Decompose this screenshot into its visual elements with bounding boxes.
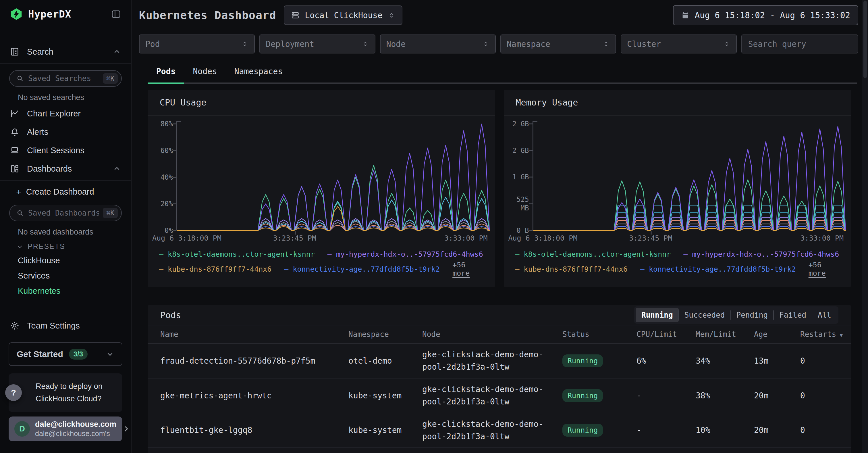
pod-namespace: otel-demo: [348, 356, 422, 366]
sidebar-item-label: Search: [27, 47, 54, 57]
cloud-prompt-line1: Ready to deploy on: [36, 380, 116, 393]
pod-age: 20m: [754, 391, 800, 400]
table-row[interactable]: fluentbit-gke-lggq8kube-systemgke-clicks…: [148, 413, 851, 448]
sidebar: HyperDX Search ⌘K No saved searches Char…: [0, 0, 131, 453]
page-scrollbar[interactable]: [862, 0, 868, 453]
date-range-picker[interactable]: Aug 6 15:18:02 - Aug 6 15:33:02: [673, 5, 858, 25]
table-row[interactable]: gke-clickstack-demo-demo-pool-2d2b1f3a-0…: [148, 448, 851, 453]
legend-item[interactable]: — konnectivity-age..77dfdd8f5b-t9rk2: [284, 265, 440, 273]
chevron-down-icon: [106, 350, 114, 359]
search-query-input[interactable]: [741, 34, 858, 54]
chevron-up-icon[interactable]: [113, 164, 121, 173]
filter-select-node[interactable]: Node: [380, 34, 496, 54]
legend-item[interactable]: — k8s-otel-daemons..ctor-agent-ksnnr: [515, 250, 671, 258]
get-started-progress-badge: 3/3: [69, 349, 88, 360]
user-menu[interactable]: D dale@clickhouse.com dale@clickhouse.co…: [9, 417, 122, 441]
pod-cpu-limit: -: [637, 391, 696, 400]
data-source-select[interactable]: Local ClickHouse: [284, 5, 403, 25]
tab-nodes[interactable]: Nodes: [184, 61, 225, 84]
sidebar-item-chart-explorer[interactable]: Chart Explorer: [0, 104, 131, 123]
filter-select-pod[interactable]: Pod: [139, 34, 255, 54]
create-dashboard-button[interactable]: + Create Dashboard: [0, 183, 131, 201]
column-header-restarts[interactable]: Restarts▼: [800, 330, 843, 339]
tab-pods[interactable]: Pods: [148, 61, 184, 84]
legend-item[interactable]: — k8s-otel-daemons..ctor-agent-ksnnr: [159, 250, 315, 258]
table-row[interactable]: fraud-detection-55776d678b-p7f5motel-dem…: [148, 344, 851, 378]
x-tick-label: 3:23:45 PM: [273, 234, 316, 242]
updown-chevrons-icon: [388, 11, 396, 19]
logo-row: HyperDX: [0, 0, 131, 26]
column-header-namespace[interactable]: Namespace: [348, 330, 422, 339]
user-workspace: dale@clickhouse.com's: [35, 429, 116, 438]
y-tick-mark: [529, 177, 532, 178]
sidebar-item-team-settings[interactable]: Team Settings: [0, 316, 131, 335]
status-filter-all[interactable]: All: [812, 308, 837, 322]
pod-name: fluentbit-gke-lggq8: [160, 425, 348, 435]
status-badge: Running: [562, 355, 603, 367]
legend-more-link[interactable]: +56 more: [453, 261, 484, 277]
cloud-prompt-line2: ClickHouse Cloud?: [36, 393, 116, 405]
create-dashboard-label: Create Dashboard: [26, 187, 94, 197]
legend-more-link[interactable]: +56 more: [809, 261, 840, 277]
column-header-age[interactable]: Age: [754, 330, 800, 339]
sidebar-item-alerts[interactable]: Alerts: [0, 123, 131, 141]
scrollbar-thumb[interactable]: [863, 1, 867, 78]
legend-item[interactable]: — kube-dns-876ff9ff7-44nx6: [515, 265, 628, 273]
legend-item[interactable]: — my-hyperdx-hdx-o..-57975fcd6-4hws6: [683, 250, 839, 258]
status-filter-succeeded[interactable]: Succeeded: [679, 308, 731, 322]
pod-namespace: kube-system: [348, 425, 422, 435]
plot-area[interactable]: [532, 121, 844, 230]
preset-item-services[interactable]: Services: [0, 268, 131, 283]
preset-item-clickhouse[interactable]: ClickHouse: [0, 253, 131, 268]
y-tick-label: 20%: [153, 199, 173, 208]
chevron-right-icon: [122, 424, 131, 433]
preset-item-kubernetes[interactable]: Kubernetes: [0, 283, 131, 299]
sidebar-item-dashboards[interactable]: Dashboards: [0, 160, 131, 178]
chart-title: Memory Usage: [504, 90, 851, 116]
pod-namespace: kube-system: [348, 391, 422, 400]
column-header-name[interactable]: Name: [160, 330, 348, 339]
collapse-sidebar-icon[interactable]: [111, 9, 121, 19]
no-saved-dashboards-note: No saved dashboards: [0, 225, 131, 239]
sidebar-item-search[interactable]: Search: [0, 43, 131, 61]
pod-status: Running: [562, 424, 637, 436]
status-filter-failed[interactable]: Failed: [774, 308, 812, 322]
saved-searches-input[interactable]: ⌘K: [9, 70, 122, 87]
table-row[interactable]: gke-metrics-agent-hrwtckube-systemgke-cl…: [148, 378, 851, 413]
column-header-status[interactable]: Status: [562, 330, 637, 339]
filter-select-namespace[interactable]: Namespace: [500, 34, 616, 54]
data-source-value: Local ClickHouse: [305, 11, 382, 20]
sidebar-item-client-sessions[interactable]: Client Sessions: [0, 141, 131, 160]
chevron-up-icon[interactable]: [113, 48, 121, 56]
date-range-value: Aug 6 15:18:02 - Aug 6 15:33:02: [695, 10, 850, 20]
get-started-button[interactable]: Get Started 3/3: [9, 342, 122, 366]
filter-select-cluster[interactable]: Cluster: [621, 34, 737, 54]
y-tick-label: 1 GB: [509, 173, 529, 181]
updown-chevrons-icon: [723, 40, 731, 48]
database-icon: [291, 11, 300, 20]
saved-searches-field[interactable]: [28, 74, 99, 83]
saved-dashboards-field[interactable]: [28, 209, 99, 217]
presets-section-toggle[interactable]: PRESETS: [0, 239, 131, 253]
cloud-deploy-card[interactable]: ? Ready to deploy on ClickHouse Cloud?: [9, 373, 122, 412]
chart-legend: — k8s-otel-daemons..ctor-agent-ksnnr— my…: [159, 250, 484, 277]
saved-dashboards-input[interactable]: ⌘K: [9, 205, 122, 221]
status-filter-pending[interactable]: Pending: [731, 308, 774, 322]
y-tick-mark: [173, 203, 176, 204]
column-header-mem-limit[interactable]: Mem/Limit: [696, 330, 754, 339]
plot-area[interactable]: [176, 121, 488, 230]
column-header-node[interactable]: Node: [422, 330, 562, 339]
sidebar-item-label: Alerts: [27, 128, 48, 137]
search-icon: [16, 75, 24, 83]
y-tick-mark: [529, 123, 532, 124]
column-header-cpu-limit[interactable]: CPU/Limit: [637, 330, 696, 339]
legend-item[interactable]: — konnectivity-age..77dfdd8f5b-t9rk2: [640, 265, 796, 273]
help-button[interactable]: ?: [5, 384, 22, 401]
tab-namespaces[interactable]: Namespaces: [226, 61, 291, 84]
legend-item[interactable]: — my-hyperdx-hdx-o..-57975fcd6-4hws6: [328, 250, 483, 258]
status-filter-running[interactable]: Running: [636, 308, 679, 322]
hyperdx-logo-icon: [10, 7, 23, 21]
filter-select-deployment[interactable]: Deployment: [259, 34, 375, 54]
series-other-pods-gray: [257, 221, 490, 230]
legend-item[interactable]: — kube-dns-876ff9ff7-44nx6: [159, 265, 272, 273]
